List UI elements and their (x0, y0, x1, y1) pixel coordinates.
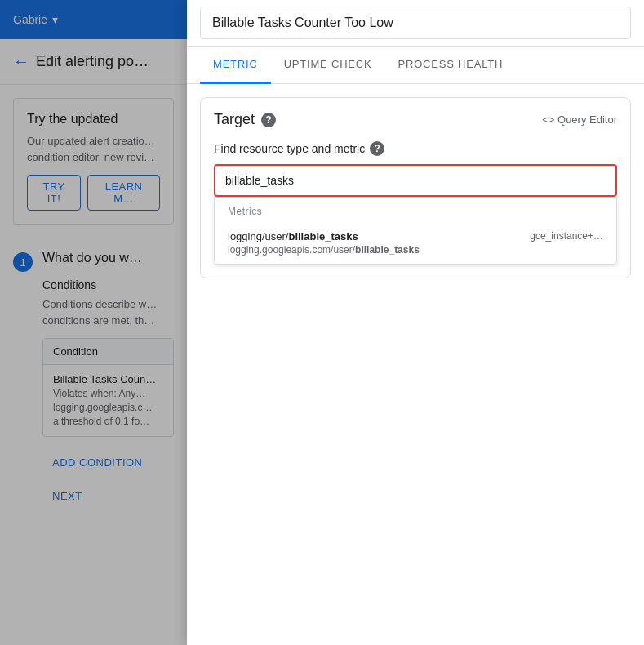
target-header: Target ? <> Query Editor (214, 111, 617, 128)
tab-metric[interactable]: METRIC (200, 47, 271, 84)
item-sub-prefix: logging.googleapis.com/user/ (228, 244, 355, 256)
find-metric-text: Find resource type and metric (214, 142, 365, 155)
dropdown-item-sub: logging.googleapis.com/user/billable_tas… (228, 244, 420, 256)
alert-title-input[interactable] (200, 7, 631, 39)
item-name-bold: billable_tasks (288, 230, 358, 242)
target-card: Target ? <> Query Editor Find resource t… (200, 97, 631, 278)
modal-title-bar (187, 0, 644, 47)
tab-process-health[interactable]: PROCESS HEALTH (384, 47, 516, 84)
target-label: Target (214, 111, 255, 128)
query-editor-link[interactable]: <> Query Editor (542, 113, 617, 126)
dropdown-list: Metrics logging/user/billable_tasks logg… (214, 197, 617, 265)
dropdown-section-label: Metrics (215, 198, 616, 222)
metric-search-input[interactable] (214, 164, 617, 197)
find-metric-help-icon[interactable]: ? (370, 141, 384, 156)
tab-uptime-check[interactable]: UPTIME CHECK (271, 47, 385, 84)
dropdown-item-name: logging/user/billable_tasks (228, 230, 420, 242)
query-editor-label: <> Query Editor (542, 113, 617, 126)
target-title: Target ? (214, 111, 276, 128)
item-name-prefix: logging/user/ (228, 230, 288, 242)
list-item[interactable]: logging/user/billable_tasks logging.goog… (215, 222, 616, 264)
metric-search-wrapper: Metrics logging/user/billable_tasks logg… (214, 164, 617, 265)
modal-tabs: METRIC UPTIME CHECK PROCESS HEALTH (187, 47, 644, 84)
target-help-icon[interactable]: ? (261, 113, 276, 127)
dropdown-item-left: logging/user/billable_tasks logging.goog… (228, 230, 420, 256)
modal-content: Target ? <> Query Editor Find resource t… (187, 84, 644, 291)
dropdown-item-right: gce_instance+… (530, 230, 603, 242)
find-metric-label: Find resource type and metric ? (214, 141, 617, 156)
modal-panel: METRIC UPTIME CHECK PROCESS HEALTH Targe… (187, 0, 644, 645)
item-sub-bold: billable_tasks (355, 244, 420, 256)
